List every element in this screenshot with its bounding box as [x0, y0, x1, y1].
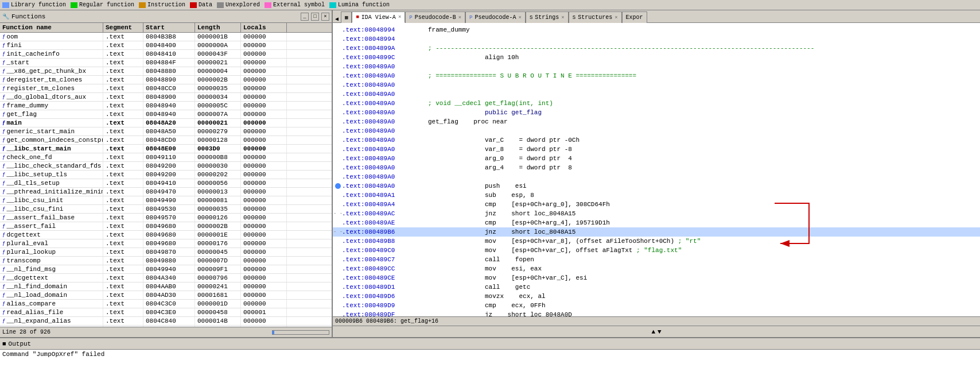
table-row[interactable]: ƒfini.text080484000000000A000000: [0, 41, 332, 50]
ida-line[interactable]: .text:080489A0: [333, 126, 980, 136]
tab-pseudocode-a-close[interactable]: ×: [519, 15, 522, 21]
table-row[interactable]: ƒ__nl_expand_alias.text0804C8400000014B0…: [0, 317, 332, 326]
ida-line[interactable]: .text:080489A0: [333, 172, 980, 181]
ida-line[interactable]: .text:080489A0: [333, 80, 980, 90]
table-row[interactable]: ƒdcgettext.text080496800000001E000000: [0, 231, 332, 239]
table-row[interactable]: ƒderegister_tm_clones.text08048890000000…: [0, 76, 332, 84]
ida-line[interactable]: .text:080489A0: [333, 62, 980, 71]
func-start-cell: 0804C840: [143, 317, 195, 325]
table-row[interactable]: ƒ__do_global_dtors_aux.text0804890000000…: [0, 93, 332, 102]
tab-strings[interactable]: S Strings ×: [526, 11, 569, 23]
table-row[interactable]: ƒ__libc_csu_fini.text0804953000000035000…: [0, 205, 332, 214]
line-address: .text:080489A0: [342, 108, 428, 117]
func-length-cell: 00000035: [195, 84, 241, 92]
table-row[interactable]: ƒ__libc_start_main.text08048E000003D0000…: [0, 145, 332, 153]
functions-close-button[interactable]: ×: [321, 13, 329, 21]
table-row[interactable]: ƒ__assert_fail_base.text0804957000000126…: [0, 214, 332, 222]
legend-unexplored-color: [217, 2, 224, 8]
ida-line[interactable]: .text:080489A0 push esi: [333, 181, 980, 191]
tab-pseudocode-b-close[interactable]: ×: [458, 15, 461, 21]
ida-line[interactable]: - -.text:080489B6 jnz short loc_8048A15: [333, 227, 980, 237]
ida-line[interactable]: .text:080489A0; ================ S U B R…: [333, 71, 980, 80]
ida-line[interactable]: .text:080489D1 call getc: [333, 283, 980, 292]
ida-line[interactable]: .text:08048994: [333, 34, 980, 44]
table-row[interactable]: ƒ_start.text0804884F00000021000000: [0, 59, 332, 67]
line-address: .text:0804899C: [342, 53, 428, 62]
table-row[interactable]: ƒplural_lookup.text080498700000004500000…: [0, 248, 332, 257]
ida-line[interactable]: .text:080489D9 cmp ecx, 0FFh: [333, 301, 980, 310]
line-address: .text:080489CC: [342, 264, 428, 273]
table-row[interactable]: ƒ__nl_find_msg.text08049940000009F100000…: [0, 265, 332, 274]
table-row[interactable]: ƒ__nl_load_domain.text0804AD300000168100…: [0, 291, 332, 300]
scroll-down-icon[interactable]: ▼: [658, 328, 662, 335]
ida-line[interactable]: .text:080489CC mov esi, eax: [333, 264, 980, 273]
tab-structures[interactable]: S Structures ×: [569, 11, 622, 23]
func-name-cell: ƒ__libc_check_standard_fds: [0, 162, 103, 170]
scroll-up-icon[interactable]: ▲: [651, 328, 655, 335]
table-row[interactable]: ƒinit_cacheinfo.text080484100000043F0000…: [0, 50, 332, 59]
tab-ida-view-a-close[interactable]: ×: [398, 14, 401, 20]
table-row[interactable]: ƒ__libc_csu_init.text0804949000000081000…: [0, 196, 332, 205]
functions-maximize-button[interactable]: □: [311, 13, 319, 21]
table-row[interactable]: ƒ__nl_find_domain.text0804AAB00000024100…: [0, 283, 332, 291]
ida-line[interactable]: .text:0804899C align 10h: [333, 53, 980, 62]
ida-line[interactable]: .text:080489A0get_flag proc near: [333, 117, 980, 126]
nav-arrow-left[interactable]: ◀: [335, 16, 339, 22]
tab-pseudocode-a[interactable]: P Pseudocode-A ×: [465, 11, 526, 23]
ida-line[interactable]: .text:080489CE mov [esp+0Ch+var_C], esi: [333, 273, 980, 283]
ida-line[interactable]: .text:080489A0; void __cdecl get_flag(in…: [333, 99, 980, 108]
tab-graph[interactable]: ▦: [341, 11, 352, 23]
func-length-cell: 00000081: [195, 196, 241, 204]
table-row[interactable]: ƒoom.text0804B3B80000001B000000: [0, 33, 332, 41]
ida-line[interactable]: .text:080489A0 arg_0 = dword ptr 4: [333, 154, 980, 163]
table-row[interactable]: ƒtranscomp.text080498800000007D000000: [0, 257, 332, 265]
ida-line[interactable]: .text:080489A0 var_C = dword ptr -0Ch: [333, 136, 980, 145]
ida-line[interactable]: .text:080489B8 mov [esp+0Ch+var_8], (off…: [333, 237, 980, 246]
tab-strings-close[interactable]: ×: [561, 15, 564, 21]
table-row[interactable]: ƒ__x86_get_pc_thunk_bx.text0804888000000…: [0, 67, 332, 76]
tab-pseudocode-b[interactable]: P Pseudocode-B ×: [405, 11, 465, 23]
ida-line[interactable]: .text:080489D6 movzx ecx, al: [333, 292, 980, 301]
functions-minimize-button[interactable]: _: [301, 13, 309, 21]
table-row[interactable]: ƒmain.text08048A2000000021000000: [0, 119, 332, 127]
legend-external-color: [265, 2, 271, 8]
table-row[interactable]: ƒread_alias_file.text0804C3E000000458000…: [0, 308, 332, 317]
ida-line[interactable]: .text:080489A0 public get_flag: [333, 108, 980, 117]
table-row[interactable]: ƒ__assert_fail.text080496800000002B00000…: [0, 222, 332, 231]
functions-panel: 🔧 Functions _ □ × Function name Segment …: [0, 10, 333, 337]
func-name-cell: ƒ__nl_find_domain: [0, 283, 103, 291]
table-row[interactable]: ƒregister_tm_clones.text08048CC000000035…: [0, 84, 332, 93]
tab-exports[interactable]: Expor: [622, 11, 647, 23]
func-segment-cell: .text: [103, 274, 143, 282]
ida-line[interactable]: .text:080489DF jz short loc_8048A0D: [333, 310, 980, 316]
ida-line[interactable]: .text:080489AE cmp [esp+0Ch+arg_4], 1957…: [333, 218, 980, 227]
ida-line[interactable]: .text:080489A0: [333, 90, 980, 99]
tab-ida-view-a[interactable]: ■ IDA View-A ×: [352, 11, 405, 23]
ida-line[interactable]: .text:080489A4 cmp [esp+0Ch+arg_0], 308C…: [333, 200, 980, 209]
ida-line[interactable]: .text:0804899A; ------------------------…: [333, 44, 980, 53]
table-row[interactable]: ƒalias_compare.text0804C3C00000001D00000…: [0, 300, 332, 308]
func-name-cell: ƒdcgettext: [0, 231, 103, 239]
ida-view-content[interactable]: .text:08048994frame_dummy.text:08048994.…: [333, 23, 980, 316]
tab-structures-close[interactable]: ×: [615, 15, 617, 21]
ida-line[interactable]: .text:080489C7 call fopen: [333, 255, 980, 264]
table-row[interactable]: ƒget_common_indeces_constprop_1.text0804…: [0, 136, 332, 145]
func-length-cell: 00000034: [195, 93, 241, 101]
table-row[interactable]: ƒ__dcgettext.text0804A34000000796000000: [0, 274, 332, 283]
table-row[interactable]: ƒget_flag.text080489400000007A000000: [0, 110, 332, 119]
ida-line[interactable]: .text:080489A0 arg_4 = dword ptr 8: [333, 163, 980, 172]
table-row[interactable]: ƒgeneric_start_main.text08048A5000000279…: [0, 127, 332, 136]
table-row[interactable]: ƒ__libc_check_standard_fds.text080492000…: [0, 162, 332, 171]
table-row[interactable]: ƒcheck_one_fd.text08049110000000B8000000: [0, 153, 332, 162]
table-row[interactable]: ƒframe_dummy.text080489400000005C000000: [0, 102, 332, 110]
table-row[interactable]: ƒ__pthread_initialize_minimal.text080494…: [0, 188, 332, 196]
ida-line[interactable]: .text:08048994frame_dummy: [333, 25, 980, 34]
ida-line[interactable]: - -.text:080489AC jnz short loc_8048A15: [333, 209, 980, 218]
ida-line[interactable]: .text:080489C0 mov [esp+0Ch+var_C], offs…: [333, 246, 980, 255]
table-row[interactable]: ƒplural_eval.text0804968000000176000000: [0, 239, 332, 248]
table-row[interactable]: ƒ__libc_setup_tls.text080492000000020200…: [0, 171, 332, 179]
func-start-cell: 08048940: [143, 110, 195, 118]
ida-line[interactable]: .text:080489A1 sub esp, 8: [333, 191, 980, 200]
table-row[interactable]: ƒ__dl_tls_setup.text08049410000000560000…: [0, 179, 332, 188]
ida-line[interactable]: .text:080489A0 var_8 = dword ptr -8: [333, 145, 980, 154]
